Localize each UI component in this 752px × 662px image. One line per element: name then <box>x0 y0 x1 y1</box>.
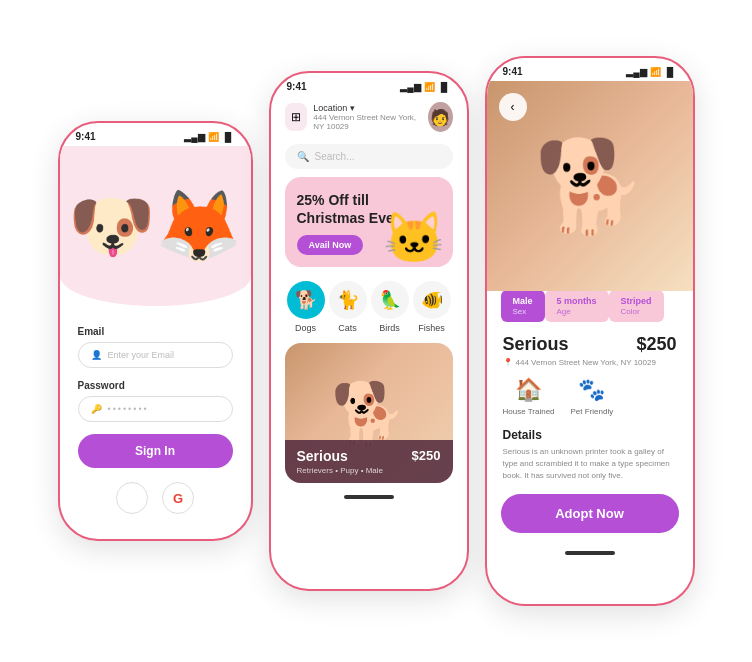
password-input[interactable]: 🔑 •••••••• <box>78 396 233 422</box>
dog-illustration: 🐶🦊 <box>68 185 242 267</box>
time-1: 9:41 <box>76 131 96 142</box>
sign-in-button[interactable]: Sign In <box>78 434 233 468</box>
location-label: Location ▾ <box>313 103 428 113</box>
category-cats[interactable]: 🐈 Cats <box>329 281 367 333</box>
location-text-group: Location ▾ 444 Vernon Street New York, N… <box>313 103 428 131</box>
password-label: Password <box>78 380 233 391</box>
wifi-icon-2: 📶 <box>424 82 435 92</box>
cats-icon-box: 🐈 <box>329 281 367 319</box>
shiba-dog-illustration: 🐕 <box>534 134 646 239</box>
pet-friendly-label: Pet Friendly <box>571 407 614 416</box>
location-info: ⊞ Location ▾ 444 Vernon Street New York,… <box>285 103 428 131</box>
detail-content: Serious $250 📍 444 Vernon Street New Yor… <box>487 322 693 482</box>
promo-text: 25% Off tillChristmas Eve Avail Now <box>297 191 394 255</box>
pet-card-overlay: Serious Retrievers • Pupy • Male $250 <box>285 440 453 483</box>
pet-friendly-icon: 🐾 <box>578 377 605 403</box>
detail-pet-price: $250 <box>636 334 676 355</box>
dog-icon: 🐕 <box>295 289 317 311</box>
phone-detail: 9:41 ▂▄▆ 📶 ▐▌ 🐕 ‹ MaleSex 5 monthsAge St… <box>485 56 695 606</box>
bird-icon: 🦜 <box>379 289 401 311</box>
house-trained-icon: 🏠 <box>515 377 542 403</box>
home-bar-3 <box>565 551 615 555</box>
login-form: Email 👤 Enter your Email Password 🔑 ••••… <box>60 306 251 530</box>
pet-info: Serious Retrievers • Pupy • Male <box>297 448 384 475</box>
category-dogs[interactable]: 🐕 Dogs <box>287 281 325 333</box>
signal-icon-1: ▂▄▆ <box>184 132 204 142</box>
promo-banner: 25% Off tillChristmas Eve Avail Now 🐱 <box>285 177 453 267</box>
adopt-now-button[interactable]: Adopt Now <box>501 494 679 533</box>
fishes-label: Fishes <box>418 323 445 333</box>
search-placeholder: Search... <box>315 151 355 162</box>
google-login-button[interactable]: G <box>162 482 194 514</box>
email-input[interactable]: 👤 Enter your Email <box>78 342 233 368</box>
time-3: 9:41 <box>503 66 523 77</box>
pet-tags: Retrievers • Pupy • Male <box>297 466 384 475</box>
details-text: Serious is an unknown printer took a gal… <box>503 446 677 482</box>
pin-icon: 📍 <box>503 358 513 367</box>
promo-cat-illustration: 🐱 <box>383 209 445 267</box>
location-icon-box: ⊞ <box>285 103 308 131</box>
user-icon: 👤 <box>91 350 102 360</box>
social-buttons: G <box>78 482 233 514</box>
status-bar-1: 9:41 ▂▄▆ 📶 ▐▌ <box>60 123 251 146</box>
fish-icon: 🐠 <box>421 289 443 311</box>
wifi-icon-1: 📶 <box>208 132 219 142</box>
tag-age[interactable]: 5 monthsAge <box>545 290 609 322</box>
category-birds[interactable]: 🦜 Birds <box>371 281 409 333</box>
details-section: Details Serious is an unknown printer to… <box>503 428 677 482</box>
status-icons-1: ▂▄▆ 📶 ▐▌ <box>184 132 234 142</box>
google-icon: G <box>173 491 183 506</box>
pet-name: Serious <box>297 448 384 464</box>
fishes-icon-box: 🐠 <box>413 281 451 319</box>
search-bar[interactable]: 🔍 Search... <box>285 144 453 169</box>
password-dots: •••••••• <box>108 404 149 414</box>
time-2: 9:41 <box>287 81 307 92</box>
feature-pet-friendly: 🐾 Pet Friendly <box>571 377 614 416</box>
location-bar: ⊞ Location ▾ 444 Vernon Street New York,… <box>271 96 467 136</box>
location-address: 444 Vernon Street New York, NY 10029 <box>313 113 428 131</box>
home-bar-1 <box>130 540 180 541</box>
grid-icon: ⊞ <box>291 110 301 124</box>
pet-card-browse[interactable]: 🐕 Serious Retrievers • Pupy • Male $250 <box>285 343 453 483</box>
battery-icon-3: ▐▌ <box>664 67 677 77</box>
battery-icon-1: ▐▌ <box>222 132 235 142</box>
lock-icon: 🔑 <box>91 404 102 414</box>
status-icons-3: ▂▄▆ 📶 ▐▌ <box>626 67 676 77</box>
signal-icon-2: ▂▄▆ <box>400 82 420 92</box>
pet-price: $250 <box>412 448 441 463</box>
back-arrow-icon: ‹ <box>511 100 515 114</box>
back-button[interactable]: ‹ <box>499 93 527 121</box>
category-row: 🐕 Dogs 🐈 Cats 🦜 Birds 🐠 Fishe <box>271 277 467 343</box>
email-placeholder: Enter your Email <box>108 350 175 360</box>
status-bar-3: 9:41 ▂▄▆ 📶 ▐▌ <box>487 58 693 81</box>
detail-header: Serious $250 <box>503 334 677 355</box>
detail-hero-image: 🐕 ‹ <box>487 81 693 291</box>
home-bar-2 <box>344 495 394 499</box>
avail-now-button[interactable]: Avail Now <box>297 235 364 255</box>
search-icon: 🔍 <box>297 151 309 162</box>
apple-login-button[interactable] <box>116 482 148 514</box>
battery-icon-2: ▐▌ <box>438 82 451 92</box>
details-title: Details <box>503 428 677 442</box>
signal-icon-3: ▂▄▆ <box>626 67 646 77</box>
email-label: Email <box>78 326 233 337</box>
wifi-icon-3: 📶 <box>650 67 661 77</box>
detail-pet-name: Serious <box>503 334 569 355</box>
status-icons-2: ▂▄▆ 📶 ▐▌ <box>400 82 450 92</box>
scene: 9:41 ▂▄▆ 📶 ▐▌ 🐶🦊 Email 👤 Enter your Emai… <box>0 0 752 662</box>
birds-icon-box: 🦜 <box>371 281 409 319</box>
tags-row: MaleSex 5 monthsAge StripedColor <box>501 290 679 322</box>
dogs-icon-box: 🐕 <box>287 281 325 319</box>
category-fishes[interactable]: 🐠 Fishes <box>413 281 451 333</box>
features-row: 🏠 House Trained 🐾 Pet Friendly <box>503 377 677 416</box>
cats-label: Cats <box>338 323 357 333</box>
tag-sex[interactable]: MaleSex <box>501 290 545 322</box>
house-trained-label: House Trained <box>503 407 555 416</box>
avatar: 🧑 <box>428 102 453 132</box>
dogs-label: Dogs <box>295 323 316 333</box>
promo-title: 25% Off tillChristmas Eve <box>297 191 394 227</box>
status-bar-2: 9:41 ▂▄▆ 📶 ▐▌ <box>271 73 467 96</box>
tag-color[interactable]: StripedColor <box>609 290 664 322</box>
detail-location: 📍 444 Vernon Street New York, NY 10029 <box>503 358 677 367</box>
phone-login: 9:41 ▂▄▆ 📶 ▐▌ 🐶🦊 Email 👤 Enter your Emai… <box>58 121 253 541</box>
